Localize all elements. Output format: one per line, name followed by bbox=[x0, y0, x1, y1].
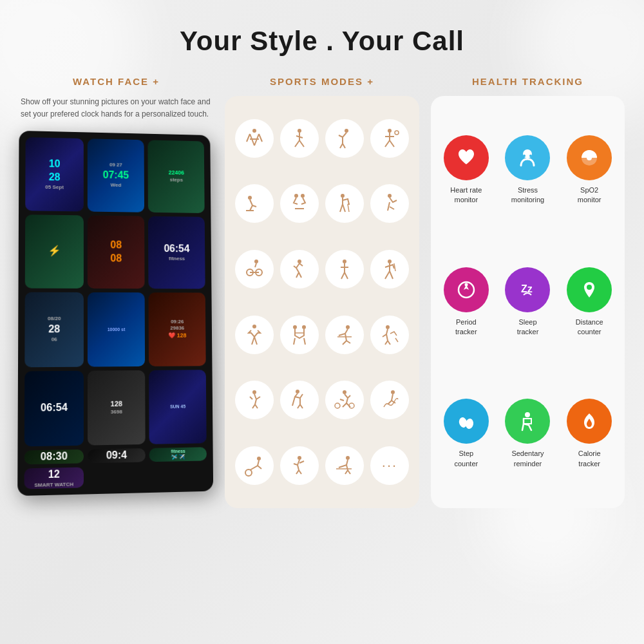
svg-point-61 bbox=[335, 403, 340, 408]
watch-tile-7: 08/20 28 06 bbox=[24, 292, 83, 367]
sport-icon-6 bbox=[280, 184, 319, 223]
columns-area: WATCH FACE + Show off your stunning pict… bbox=[0, 63, 644, 508]
calorie-label: Calorietracker bbox=[578, 449, 601, 469]
svg-line-26 bbox=[343, 204, 345, 212]
sport-icon-12 bbox=[370, 250, 409, 289]
sports-modes-header: SPORTS MODES + bbox=[225, 76, 419, 87]
svg-point-69 bbox=[346, 456, 350, 460]
svg-point-72 bbox=[529, 155, 532, 157]
svg-point-54 bbox=[386, 325, 390, 329]
svg-line-66 bbox=[258, 466, 261, 469]
svg-line-29 bbox=[388, 202, 390, 211]
svg-point-47 bbox=[293, 325, 297, 329]
health-item-spo2: SpO2monitor bbox=[563, 109, 616, 232]
svg-point-17 bbox=[395, 131, 399, 135]
watch-tile-8: 10000 st bbox=[88, 292, 146, 366]
calorie-icon bbox=[567, 399, 612, 444]
sport-icon-7 bbox=[325, 184, 364, 223]
sport-icon-3 bbox=[325, 119, 364, 158]
svg-line-60 bbox=[340, 399, 344, 401]
health-item-calorie: Calorietracker bbox=[563, 372, 616, 495]
watch-tile-3: 22406 steps bbox=[148, 140, 205, 213]
sport-icon-17 bbox=[235, 381, 274, 419]
sport-icon-11 bbox=[325, 250, 364, 289]
watch-tile-5: 08 08 bbox=[88, 215, 145, 289]
svg-line-40 bbox=[345, 272, 348, 279]
svg-line-42 bbox=[390, 271, 393, 279]
sport-icon-14 bbox=[280, 316, 319, 354]
svg-point-56 bbox=[252, 390, 256, 394]
svg-line-43 bbox=[394, 263, 395, 271]
sport-icon-2 bbox=[280, 119, 319, 158]
health-item-sedentary: Sedentaryreminder bbox=[502, 372, 554, 495]
sport-icon-23 bbox=[325, 446, 364, 485]
sport-icon-10 bbox=[280, 250, 319, 289]
svg-point-15 bbox=[388, 129, 392, 133]
watch-face-grid: 10 28 05 Sept 09 27 07:45 Wed 22406 step… bbox=[17, 131, 213, 496]
sport-icon-5 bbox=[235, 184, 274, 223]
svg-point-59 bbox=[343, 390, 346, 394]
health-item-stress: Stressmonitoring bbox=[502, 109, 554, 232]
sleep-label: Sleeptracker bbox=[517, 317, 539, 337]
watch-tile-9: 09:26 29836 ❤️ 128 bbox=[149, 293, 206, 366]
svg-point-41 bbox=[388, 260, 392, 263]
svg-line-46 bbox=[254, 337, 257, 345]
svg-point-65 bbox=[257, 457, 261, 460]
svg-point-76 bbox=[464, 283, 468, 286]
watch-tile-14: 09:4 bbox=[88, 448, 146, 463]
svg-point-80 bbox=[465, 418, 475, 430]
watch-tile-4: ⚡ bbox=[25, 214, 84, 289]
spo2-label: SpO2monitor bbox=[578, 185, 601, 205]
health-item-period: Periodtracker bbox=[440, 241, 493, 364]
svg-line-50 bbox=[294, 338, 295, 345]
svg-line-45 bbox=[252, 337, 254, 345]
sedentary-label: Sedentaryreminder bbox=[511, 449, 544, 469]
svg-point-36 bbox=[343, 260, 346, 263]
svg-point-52 bbox=[346, 325, 350, 329]
health-item-step: Stepcounter bbox=[440, 372, 493, 495]
health-tracking-header: HEALTH TRACKING bbox=[431, 76, 625, 87]
health-item-sleep: Zz Sleeptracker bbox=[502, 241, 554, 364]
svg-point-71 bbox=[523, 155, 526, 157]
watch-face-header: WATCH FACE + bbox=[19, 76, 213, 87]
sport-icon-21 bbox=[235, 446, 274, 485]
svg-line-25 bbox=[340, 204, 343, 212]
svg-point-0 bbox=[252, 129, 256, 133]
watch-tile-10: 06:54 bbox=[24, 371, 84, 447]
period-icon bbox=[444, 267, 489, 312]
health-item-heart-rate: Heart ratemonitor bbox=[440, 109, 493, 232]
health-tracking-card: Heart ratemonitor Stressmonitoring bbox=[431, 96, 625, 508]
sedentary-icon bbox=[505, 399, 550, 444]
svg-line-39 bbox=[341, 272, 345, 279]
svg-point-64 bbox=[245, 469, 252, 476]
stress-icon bbox=[505, 135, 550, 180]
sport-more-dots: ··· bbox=[370, 446, 409, 485]
watch-tile-6: 06:54 fitness bbox=[148, 216, 205, 289]
svg-line-55 bbox=[395, 338, 398, 342]
sport-icon-15 bbox=[325, 316, 364, 354]
heart-rate-icon bbox=[444, 135, 489, 180]
svg-point-44 bbox=[252, 325, 256, 328]
svg-line-57 bbox=[250, 397, 252, 399]
svg-point-28 bbox=[388, 194, 392, 198]
svg-point-31 bbox=[254, 260, 258, 263]
svg-point-35 bbox=[298, 260, 301, 263]
sport-icon-19 bbox=[325, 381, 364, 419]
sport-icon-22 bbox=[280, 446, 319, 485]
watch-tile-1: 10 28 05 Sept bbox=[25, 137, 83, 211]
distance-icon bbox=[567, 267, 612, 312]
sport-icon-20 bbox=[370, 381, 409, 419]
svg-line-51 bbox=[304, 338, 305, 345]
watch-tile-13: 08:30 bbox=[24, 450, 84, 464]
svg-line-4 bbox=[247, 134, 250, 142]
health-item-distance: Distancecounter bbox=[563, 241, 616, 364]
svg-line-14 bbox=[343, 144, 345, 148]
svg-point-78 bbox=[587, 285, 592, 290]
period-label: Periodtracker bbox=[455, 317, 477, 337]
stress-label: Stressmonitoring bbox=[511, 185, 544, 205]
watch-tile-2: 09 27 07:45 Wed bbox=[87, 139, 144, 213]
svg-line-30 bbox=[390, 207, 394, 209]
sport-icon-4 bbox=[370, 119, 409, 158]
sport-icon-18 bbox=[280, 381, 319, 419]
step-label: Stepcounter bbox=[454, 449, 478, 469]
